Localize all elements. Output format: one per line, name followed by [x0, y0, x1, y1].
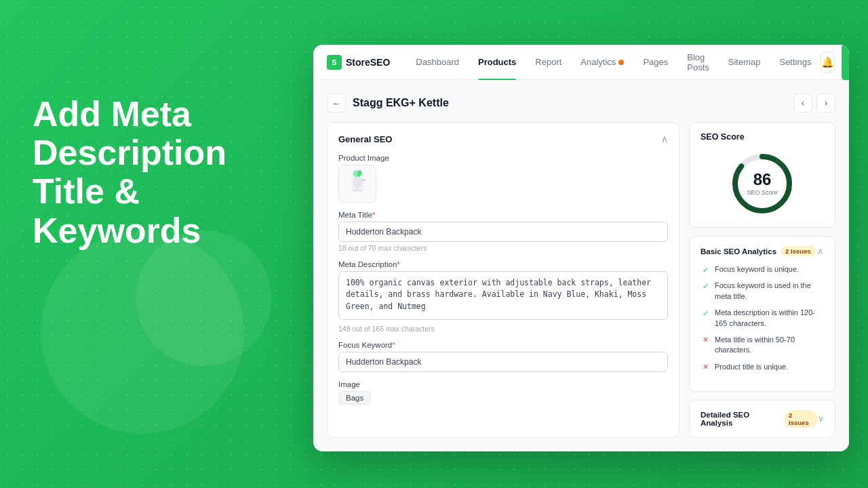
hero-text: Add Meta Description Title & Keywords [33, 95, 290, 250]
general-seo-panel: General SEO ∧ Product Image [327, 122, 679, 438]
check-item-1: ✓ Focus keyword is unique. [701, 264, 824, 274]
focus-keyword-field: Focus Keyword* [338, 341, 668, 372]
logo[interactable]: S StoreSEO [327, 55, 390, 70]
nav-item-products[interactable]: Products [469, 45, 526, 80]
check-icon-3: ✓ [701, 308, 710, 318]
meta-title-required: * [372, 211, 375, 219]
next-icon: › [825, 98, 827, 108]
meta-description-field: Meta Description* 100% organic canvas ex… [338, 260, 668, 333]
back-icon: ← [332, 98, 341, 108]
detailed-seo-analysis-card: Detailed SEO Analysis 2 Issues ∨ [689, 400, 835, 438]
navbar-actions: 🔔 📞 Talk To SEO Expert [821, 45, 849, 81]
prev-page-button[interactable]: ‹ [793, 94, 812, 113]
svg-rect-4 [361, 179, 366, 181]
back-button[interactable]: ← [327, 94, 346, 113]
panel-header: General SEO ∧ [338, 134, 668, 144]
check-icon-4: ✕ [701, 336, 710, 345]
detailed-card-header: Detailed SEO Analysis 2 Issues ∨ [701, 410, 824, 428]
analytics-header-left: Basic SEO Analytics 2 Issues [701, 246, 816, 256]
meta-title-label: Meta Title* [338, 211, 668, 219]
score-number: 86 [747, 171, 777, 188]
meta-description-label: Meta Description* [338, 260, 668, 268]
check-item-4: ✕ Meta title is within 50-70 characters. [701, 335, 824, 356]
next-page-button[interactable]: › [816, 94, 835, 113]
analytics-issues-badge: 2 Issues [781, 246, 816, 256]
detailed-collapse-button[interactable]: ∨ [818, 414, 824, 424]
page-title: Stagg EKG+ Kettle [353, 97, 449, 109]
product-image-thumb[interactable] [338, 165, 376, 203]
meta-title-hint: 18 out of 70 max characters [338, 244, 668, 252]
browser-window: S StoreSEO Dashboard Products Report Ana… [313, 45, 849, 451]
nav-item-report[interactable]: Report [526, 45, 571, 80]
meta-description-required: * [397, 260, 399, 268]
nav-item-blog-posts[interactable]: Blog Posts [677, 45, 719, 80]
check-text-5: Product title is unique. [715, 362, 788, 372]
analytics-badge [618, 60, 624, 65]
focus-keyword-required: * [392, 341, 395, 349]
panel-title: General SEO [338, 134, 392, 144]
nav-item-settings[interactable]: Settings [770, 45, 821, 80]
check-items: ✓ Focus keyword is unique. ✓ Focus keywo… [701, 264, 824, 372]
right-panel: SEO Score 86 SEO Score [689, 122, 835, 438]
image-tag[interactable]: Bags [338, 391, 371, 405]
detailed-issues-badge: 2 Issues [784, 410, 818, 428]
check-item-3: ✓ Meta description is within 120-165 cha… [701, 308, 824, 329]
bell-button[interactable]: 🔔 [821, 52, 835, 73]
score-center: 86 SEO Score [747, 171, 777, 196]
check-icon-2: ✓ [701, 281, 710, 291]
score-ring-wrapper: 86 SEO Score [701, 150, 824, 218]
image-field: Image Bags [338, 380, 668, 405]
product-image-svg [345, 169, 370, 199]
collapse-button[interactable]: ∧ [661, 134, 668, 144]
check-text-3: Meta description is within 120-165 chara… [715, 308, 824, 329]
meta-title-field: Meta Title* 18 out of 70 max characters [338, 211, 668, 252]
page-wrapper: ← Stagg EKG+ Kettle ‹ › [327, 94, 835, 438]
product-image-field: Product Image [338, 154, 668, 203]
nav-item-sitemap[interactable]: Sitemap [719, 45, 770, 80]
detailed-header-left: Detailed SEO Analysis 2 Issues [701, 410, 818, 428]
check-text-1: Focus keyword is unique. [715, 264, 799, 274]
seo-score-title: SEO Score [701, 132, 824, 142]
nav-item-dashboard[interactable]: Dashboard [406, 45, 469, 80]
main-columns: General SEO ∧ Product Image [327, 122, 835, 438]
check-text-4: Meta title is within 50-70 characters. [715, 335, 824, 356]
page-header: ← Stagg EKG+ Kettle ‹ › [327, 94, 835, 113]
detailed-title: Detailed SEO Analysis [701, 411, 780, 427]
check-icon-5: ✕ [701, 363, 710, 372]
nav-item-pages[interactable]: Pages [633, 45, 677, 80]
product-image-label: Product Image [338, 154, 668, 162]
basic-seo-analytics-card: Basic SEO Analytics 2 Issues ∧ ✓ Focus k… [689, 236, 835, 392]
focus-keyword-input[interactable] [338, 352, 668, 372]
score-sub-label: SEO Score [747, 189, 777, 196]
meta-description-input[interactable]: 100% organic canvas exterior with adjust… [338, 271, 668, 320]
svg-point-3 [353, 176, 362, 188]
analytics-card-header: Basic SEO Analytics 2 Issues ∧ [701, 246, 824, 256]
nav-items: Dashboard Products Report Analytics Page… [406, 45, 821, 80]
form-section: Product Image [338, 154, 668, 405]
image-label: Image [338, 380, 668, 388]
check-text-2: Focus keyword is used in the meta title. [715, 281, 824, 302]
bg-decoration-circle-2 [136, 230, 271, 366]
meta-description-hint: 148 out of 165 max characters [338, 325, 668, 333]
focus-keyword-label: Focus Keyword* [338, 341, 668, 349]
analytics-title: Basic SEO Analytics [701, 247, 776, 256]
content-area: ← Stagg EKG+ Kettle ‹ › [313, 80, 849, 451]
check-item-5: ✕ Product title is unique. [701, 362, 824, 372]
logo-icon: S [327, 55, 342, 70]
page-header-right: ‹ › [793, 94, 835, 113]
analytics-collapse-button[interactable]: ∧ [817, 246, 824, 256]
page-header-left: ← Stagg EKG+ Kettle [327, 94, 449, 113]
check-item-2: ✓ Focus keyword is used in the meta titl… [701, 281, 824, 302]
navbar: S StoreSEO Dashboard Products Report Ana… [313, 45, 849, 80]
prev-icon: ‹ [802, 98, 804, 108]
check-icon-1: ✓ [701, 265, 710, 274]
score-ring: 86 SEO Score [728, 150, 796, 218]
nav-item-analytics[interactable]: Analytics [571, 45, 633, 80]
meta-title-input[interactable] [338, 222, 668, 242]
bell-icon: 🔔 [821, 56, 834, 68]
seo-score-card: SEO Score 86 SEO Score [689, 122, 835, 228]
logo-text: StoreSEO [346, 57, 390, 68]
talk-to-seo-expert-button[interactable]: 📞 Talk To SEO Expert [842, 45, 849, 81]
